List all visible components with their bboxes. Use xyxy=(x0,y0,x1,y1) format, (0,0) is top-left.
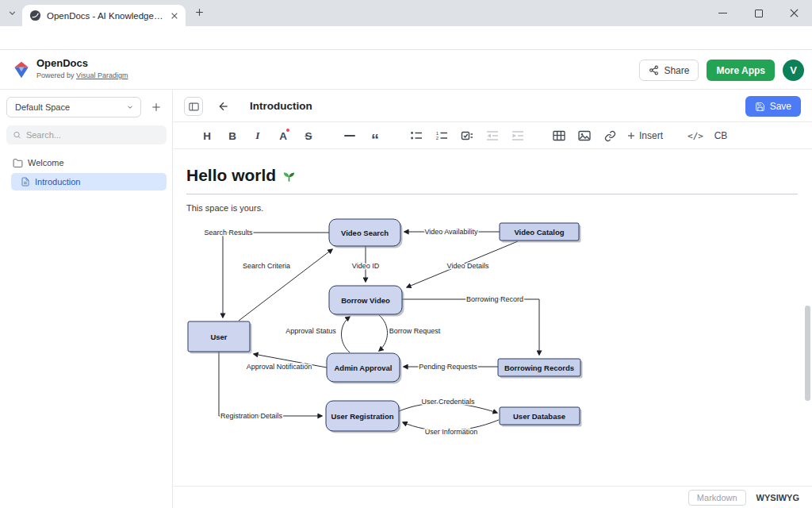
plus-icon xyxy=(626,131,636,140)
insert-button[interactable]: Insert xyxy=(622,123,667,149)
outdent-button[interactable] xyxy=(480,123,505,149)
visual-paradigm-link[interactable]: Visual Paradigm xyxy=(76,71,128,79)
editor-content[interactable]: Hello world This space is yours. xyxy=(173,150,812,486)
node-admin-approval: Admin Approval xyxy=(327,353,402,384)
italic-button[interactable]: I xyxy=(245,123,270,149)
inline-code-button[interactable]: </> xyxy=(683,123,708,149)
svg-text:1: 1 xyxy=(436,131,439,136)
powered-by: Powered by Visual Paradigm xyxy=(36,71,128,79)
wysiwyg-mode-label[interactable]: WYSIWYG xyxy=(756,493,799,502)
share-label: Share xyxy=(664,65,689,76)
page-title: Introduction xyxy=(250,90,312,122)
document-paragraph: This space is yours. xyxy=(186,203,263,213)
heading-text: Hello world xyxy=(186,166,276,185)
image-icon xyxy=(578,129,591,142)
folder-icon xyxy=(13,158,23,168)
svg-text:Registration Details: Registration Details xyxy=(220,412,283,420)
link-button[interactable] xyxy=(597,123,622,149)
chevron-down-icon xyxy=(126,103,134,111)
svg-text:Approval Notification: Approval Notification xyxy=(247,363,312,371)
sidebar-item-introduction[interactable]: Introduction xyxy=(11,173,167,190)
node-video-search: Video Search xyxy=(329,219,403,248)
tab-title: OpenDocs - AI Knowledge Base xyxy=(47,11,165,21)
svg-text:Pending Requests: Pending Requests xyxy=(419,363,477,371)
svg-text:Borrow Request: Borrow Request xyxy=(389,327,441,335)
search-input[interactable] xyxy=(26,130,160,140)
sidebar-search[interactable] xyxy=(6,125,167,144)
more-apps-button[interactable]: More Apps xyxy=(707,60,775,81)
svg-text:Borrowing Records: Borrowing Records xyxy=(504,364,574,372)
share-button[interactable]: Share xyxy=(639,60,699,81)
svg-text:User Credentials: User Credentials xyxy=(421,398,475,406)
save-label: Save xyxy=(770,101,791,112)
font-color-label: A xyxy=(279,130,287,142)
heading-button[interactable]: H xyxy=(194,123,220,149)
markdown-mode-button[interactable]: Markdown xyxy=(688,490,746,506)
svg-text:Search Criteria: Search Criteria xyxy=(243,262,290,270)
document-toolbar: Introduction Save xyxy=(173,90,812,122)
dfd-diagram[interactable]: Video Search Video Catalog Borrow Video … xyxy=(186,213,599,444)
insert-label: Insert xyxy=(639,130,663,141)
svg-text:Video Details: Video Details xyxy=(447,262,489,270)
svg-text:Admin Approval: Admin Approval xyxy=(334,364,392,372)
browser-window: OpenDocs - AI Knowledge Base xyxy=(0,0,812,508)
code-block-button[interactable]: CB xyxy=(708,123,733,149)
panel-toggle-icon xyxy=(188,101,200,113)
share-icon xyxy=(649,65,659,75)
save-button[interactable]: Save xyxy=(745,96,801,117)
document-icon xyxy=(21,177,30,187)
svg-text:Search Results: Search Results xyxy=(204,229,253,237)
tab-close-icon[interactable] xyxy=(170,12,178,20)
bold-button[interactable]: B xyxy=(220,123,245,149)
scrollbar-thumb[interactable] xyxy=(805,306,810,401)
page-tree: Welcome Introduction xyxy=(0,154,173,192)
svg-text:Video Availability: Video Availability xyxy=(424,228,478,236)
window-minimize-button[interactable] xyxy=(705,0,741,26)
powered-by-text: Powered by xyxy=(36,71,75,79)
toggle-sidebar-button[interactable] xyxy=(184,97,203,116)
diagram-nodes: Video Search Video Catalog Borrow Video … xyxy=(188,219,583,433)
user-avatar[interactable]: V xyxy=(783,60,804,81)
window-maximize-button[interactable] xyxy=(741,0,776,26)
space-selector[interactable]: Default Space xyxy=(6,97,141,117)
strike-label: S xyxy=(304,130,312,142)
checklist-icon xyxy=(461,129,473,142)
svg-text:User Database: User Database xyxy=(513,412,565,421)
add-space-button[interactable] xyxy=(146,97,167,117)
checklist-button[interactable] xyxy=(454,123,480,149)
node-user-database: User Database xyxy=(500,407,582,427)
window-controls xyxy=(705,0,812,26)
red-dot-icon xyxy=(286,129,289,132)
bullet-list-button[interactable] xyxy=(404,123,429,149)
svg-text:Borrow Video: Borrow Video xyxy=(341,296,390,305)
browser-tab[interactable]: OpenDocs - AI Knowledge Base xyxy=(22,5,186,26)
space-selector-label: Default Space xyxy=(15,102,70,112)
tab-strip: OpenDocs - AI Knowledge Base xyxy=(0,0,812,26)
table-button[interactable] xyxy=(546,123,572,149)
outdent-icon xyxy=(486,129,499,142)
blockquote-button[interactable]: “ xyxy=(362,123,388,149)
document-back-button[interactable] xyxy=(214,97,233,116)
heading-divider xyxy=(186,194,798,194)
formatting-toolbar: H B I A S “ 12 xyxy=(173,123,812,149)
svg-text:User Information: User Information xyxy=(425,428,478,436)
app-name: OpenDocs xyxy=(36,57,88,69)
window-close-button[interactable] xyxy=(776,0,812,26)
svg-text:User Registration: User Registration xyxy=(331,412,393,421)
svg-text:2: 2 xyxy=(436,136,439,140)
node-video-catalog: Video Catalog xyxy=(500,223,581,243)
tab-search-chevron-icon[interactable] xyxy=(7,8,17,18)
numbered-list-icon: 12 xyxy=(435,129,448,142)
font-color-button[interactable]: A xyxy=(270,123,296,149)
image-button[interactable] xyxy=(572,123,597,149)
node-borrowing-records: Borrowing Records xyxy=(498,359,583,379)
numbered-list-button[interactable]: 12 xyxy=(429,123,454,149)
svg-text:Approval Status: Approval Status xyxy=(285,327,336,335)
indent-button[interactable] xyxy=(505,123,530,149)
strikethrough-button[interactable]: S xyxy=(296,123,321,149)
horizontal-rule-button[interactable] xyxy=(337,123,362,149)
new-tab-button[interactable] xyxy=(194,7,205,17)
browser-toolbar: ai-toolbox.visual-paradigm.com/app/opend… xyxy=(0,26,812,50)
sidebar-item-welcome[interactable]: Welcome xyxy=(0,154,173,171)
indent-icon xyxy=(511,129,524,142)
